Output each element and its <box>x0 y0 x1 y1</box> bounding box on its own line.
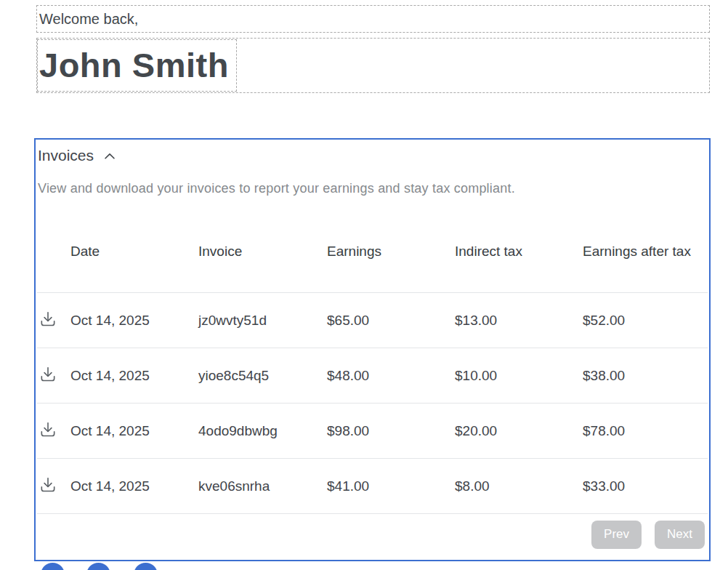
download-invoice-button[interactable] <box>38 420 58 441</box>
table-row: Oct 14, 2025 4odo9dbwbg $98.00 $20.00 $7… <box>37 403 708 458</box>
cell-indirect-tax: $8.00 <box>455 478 583 494</box>
cell-indirect-tax: $20.00 <box>455 423 583 439</box>
cell-earnings: $98.00 <box>327 423 455 439</box>
user-name-text[interactable]: John Smith <box>37 39 237 92</box>
column-header-indirect-tax: Indirect tax <box>455 237 583 266</box>
cell-date: Oct 14, 2025 <box>70 478 198 494</box>
cell-indirect-tax: $13.00 <box>455 313 583 329</box>
download-invoice-button[interactable] <box>38 365 58 386</box>
cell-earnings-after-tax: $52.00 <box>583 313 708 329</box>
download-invoice-button[interactable] <box>38 310 58 331</box>
cell-invoice-id: jz0wvty51d <box>198 313 327 329</box>
download-icon <box>38 475 58 497</box>
download-icon <box>38 310 58 331</box>
welcome-greeting-text: Welcome back, <box>39 11 138 28</box>
pagination-bar: Prev Next <box>37 513 708 555</box>
cell-date: Oct 14, 2025 <box>70 423 198 439</box>
column-header-earnings-after-tax: Earnings after tax <box>583 237 708 266</box>
column-header-date: Date <box>70 237 198 266</box>
prev-page-button[interactable]: Prev <box>591 521 642 549</box>
cell-earnings-after-tax: $78.00 <box>583 423 708 439</box>
table-row: Oct 14, 2025 jz0wvty51d $65.00 $13.00 $5… <box>37 292 708 348</box>
table-header-row: Date Invoice Earnings Indirect tax Earni… <box>37 210 708 292</box>
cell-earnings: $65.00 <box>327 313 455 329</box>
invoices-description: View and download your invoices to repor… <box>37 181 708 196</box>
chevron-up-icon[interactable] <box>102 147 118 164</box>
cell-earnings: $48.00 <box>327 368 455 384</box>
column-header-earnings: Earnings <box>327 237 455 266</box>
cell-earnings: $41.00 <box>327 478 455 494</box>
download-invoice-button[interactable] <box>38 475 58 497</box>
cell-invoice-id: 4odo9dbwbg <box>198 423 327 439</box>
invoices-section[interactable]: Invoices View and download your invoices… <box>34 138 711 561</box>
cell-invoice-id: yioe8c54q5 <box>198 368 327 384</box>
download-icon <box>38 420 58 441</box>
cell-earnings-after-tax: $38.00 <box>583 368 708 384</box>
download-icon <box>38 365 58 386</box>
invoices-title: Invoices <box>38 147 94 164</box>
table-row: Oct 14, 2025 yioe8c54q5 $48.00 $10.00 $3… <box>37 348 708 403</box>
cell-indirect-tax: $10.00 <box>455 368 583 384</box>
cell-date: Oct 14, 2025 <box>70 313 198 329</box>
next-page-button[interactable]: Next <box>655 521 705 549</box>
cell-date: Oct 14, 2025 <box>70 368 198 384</box>
action-dot-button[interactable] <box>41 563 65 570</box>
cell-earnings-after-tax: $33.00 <box>583 478 708 494</box>
cell-invoice-id: kve06snrha <box>198 478 327 494</box>
action-dot-button[interactable] <box>134 563 158 570</box>
invoices-table: Date Invoice Earnings Indirect tax Earni… <box>37 210 708 555</box>
user-name-container[interactable]: John Smith <box>36 38 710 93</box>
invoices-header[interactable]: Invoices <box>37 145 708 164</box>
column-header-invoice: Invoice <box>198 237 327 266</box>
welcome-greeting-box[interactable]: Welcome back, <box>36 5 710 33</box>
action-dot-button[interactable] <box>86 563 110 570</box>
table-row: Oct 14, 2025 kve06snrha $41.00 $8.00 $33… <box>37 458 708 513</box>
